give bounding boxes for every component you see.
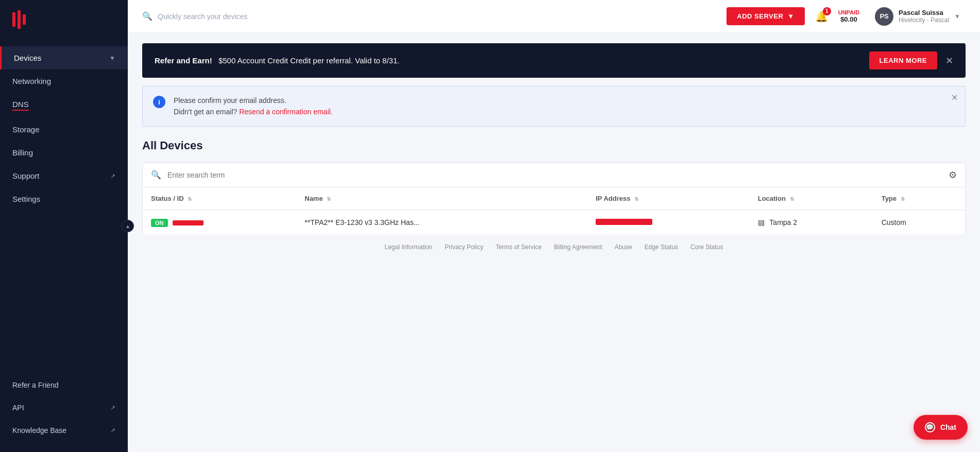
col-header-ip[interactable]: IP Address ⇅ bbox=[587, 187, 750, 210]
sidebar-item-knowledge-base[interactable]: Knowledge Base ↗ bbox=[0, 419, 128, 442]
billing-info: UNPAID $0.00 bbox=[838, 9, 859, 23]
cell-type: Custom bbox=[873, 210, 966, 235]
add-server-button[interactable]: ADD SERVER ▼ bbox=[726, 7, 804, 25]
footer: Legal Information Privacy Policy Terms o… bbox=[142, 235, 966, 255]
billing-amount: $0.00 bbox=[838, 15, 859, 23]
filter-icon[interactable]: ⚙ bbox=[949, 169, 957, 181]
logo[interactable] bbox=[0, 0, 128, 41]
sort-icon: ⇅ bbox=[634, 196, 638, 202]
sidebar-item-settings[interactable]: Settings bbox=[0, 187, 128, 211]
sort-icon: ⇅ bbox=[790, 196, 794, 202]
user-org: Hivelocity - Pascal bbox=[899, 16, 949, 24]
search-placeholder: Quickly search your devices bbox=[158, 12, 247, 21]
external-link-icon: ↗ bbox=[110, 427, 115, 434]
footer-link-terms[interactable]: Terms of Service bbox=[496, 244, 542, 251]
logo-icon bbox=[12, 10, 35, 31]
chat-button[interactable]: 💬 Chat bbox=[914, 415, 968, 440]
sidebar-item-storage[interactable]: Storage bbox=[0, 118, 128, 141]
close-banner-button[interactable]: ✕ bbox=[945, 55, 953, 66]
footer-link-edge[interactable]: Edge Status bbox=[645, 244, 678, 251]
sidebar-item-label: Billing bbox=[12, 148, 33, 157]
promo-banner: Refer and Earn! $500 Account Credit Cred… bbox=[142, 43, 966, 78]
col-header-name[interactable]: Name ⇅ bbox=[296, 187, 587, 210]
external-link-icon: ↗ bbox=[110, 404, 115, 411]
footer-link-privacy[interactable]: Privacy Policy bbox=[445, 244, 483, 251]
sidebar-item-label: DNS bbox=[12, 100, 29, 111]
page-title: All Devices bbox=[142, 139, 966, 152]
sidebar-item-label: Devices bbox=[14, 54, 41, 62]
sidebar-item-networking[interactable]: Networking bbox=[0, 69, 128, 93]
search-icon: 🔍 bbox=[151, 170, 161, 180]
svg-rect-1 bbox=[18, 10, 21, 29]
global-search[interactable]: 🔍 Quickly search your devices bbox=[142, 11, 247, 21]
col-header-status[interactable]: Status / ID ⇅ bbox=[143, 187, 297, 210]
learn-more-button[interactable]: LEARN MORE bbox=[869, 51, 937, 69]
sidebar-item-label: API bbox=[12, 404, 24, 412]
status-bar bbox=[173, 220, 204, 225]
sidebar-item-support[interactable]: Support ↗ bbox=[0, 164, 128, 187]
footer-link-abuse[interactable]: Abuse bbox=[615, 244, 632, 251]
device-search-bar: 🔍 ⚙ bbox=[142, 163, 966, 187]
chevron-down-icon: ▼ bbox=[787, 12, 794, 20]
sort-icon: ⇅ bbox=[327, 196, 331, 202]
footer-link-billing[interactable]: Billing Agreement bbox=[554, 244, 602, 251]
col-header-type[interactable]: Type ⇅ bbox=[873, 187, 966, 210]
header-right: ADD SERVER ▼ 🔔 1 UNPAID $0.00 PS Pascal … bbox=[726, 4, 966, 29]
header: 🔍 Quickly search your devices ADD SERVER… bbox=[128, 0, 980, 33]
status-badge: ON bbox=[151, 219, 168, 227]
cell-name: **TPA2** E3-1230 v3 3.3GHz Has... bbox=[296, 210, 587, 235]
user-menu-button[interactable]: PS Pascal Suissa Hivelocity - Pascal ▼ bbox=[870, 4, 966, 29]
user-name: Pascal Suissa bbox=[899, 9, 949, 16]
avatar: PS bbox=[875, 7, 893, 26]
sidebar-item-label: Networking bbox=[12, 77, 51, 85]
sidebar-item-label: Refer a Friend bbox=[12, 381, 58, 389]
chevron-down-icon: ▼ bbox=[109, 55, 115, 62]
user-info: Pascal Suissa Hivelocity - Pascal bbox=[899, 9, 949, 24]
sidebar-item-label: Knowledge Base bbox=[12, 426, 66, 434]
search-icon: 🔍 bbox=[142, 11, 153, 21]
alert-text: Please confirm your email address. Didn'… bbox=[174, 95, 333, 118]
chat-label: Chat bbox=[940, 423, 956, 431]
sidebar-item-label: Support bbox=[12, 171, 40, 180]
sidebar-item-label: Settings bbox=[12, 195, 40, 203]
info-icon: i bbox=[153, 96, 165, 108]
ip-bar bbox=[596, 219, 652, 225]
devices-table: Status / ID ⇅ Name ⇅ IP Address ⇅ Locati… bbox=[142, 187, 966, 235]
sidebar-item-label: Storage bbox=[12, 125, 40, 134]
banner-right: LEARN MORE ✕ bbox=[869, 51, 953, 69]
chevron-down-icon: ▼ bbox=[954, 13, 960, 20]
alert-line1: Please confirm your email address. bbox=[174, 95, 333, 106]
sort-icon: ⇅ bbox=[188, 196, 192, 202]
svg-rect-2 bbox=[23, 14, 26, 25]
external-link-icon: ↗ bbox=[110, 172, 115, 180]
device-search-input[interactable] bbox=[167, 171, 942, 179]
banner-bold: Refer and Earn! bbox=[155, 56, 212, 65]
alert-line2: Didn't get an email? Resend a confirmati… bbox=[174, 106, 333, 117]
notification-bell[interactable]: 🔔 1 bbox=[815, 10, 828, 23]
sidebar-item-billing[interactable]: Billing bbox=[0, 141, 128, 164]
notification-badge: 1 bbox=[823, 7, 831, 15]
sidebar-collapse-button[interactable]: ▲ bbox=[122, 220, 134, 232]
sidebar-item-api[interactable]: API ↗ bbox=[0, 396, 128, 419]
cell-status: ON bbox=[143, 210, 297, 235]
chat-icon: 💬 bbox=[925, 422, 935, 432]
cell-location: ▤ Tampa 2 bbox=[750, 210, 873, 235]
server-icon: ▤ bbox=[758, 218, 765, 227]
sort-icon: ⇅ bbox=[901, 196, 905, 202]
banner-main: $500 Account Credit Credit per referral.… bbox=[218, 56, 400, 65]
main-content: 🔍 Quickly search your devices ADD SERVER… bbox=[128, 0, 980, 452]
page-body: Refer and Earn! $500 Account Credit Cred… bbox=[128, 33, 980, 452]
footer-link-legal[interactable]: Legal Information bbox=[385, 244, 433, 251]
table-row[interactable]: ON **TPA2** E3-1230 v3 3.3GHz Has... ▤ T… bbox=[143, 210, 966, 235]
footer-link-core[interactable]: Core Status bbox=[690, 244, 723, 251]
sidebar-item-refer[interactable]: Refer a Friend bbox=[0, 374, 128, 396]
close-alert-button[interactable]: ✕ bbox=[951, 93, 958, 102]
svg-rect-0 bbox=[12, 12, 15, 27]
email-confirm-alert: i Please confirm your email address. Did… bbox=[142, 86, 966, 127]
billing-status: UNPAID bbox=[838, 9, 859, 15]
sidebar-item-devices[interactable]: Devices ▼ bbox=[0, 46, 128, 69]
col-header-location[interactable]: Location ⇅ bbox=[750, 187, 873, 210]
resend-email-link[interactable]: Resend a confirmation email. bbox=[239, 108, 332, 116]
sidebar: ▲ Devices ▼ Networking DNS Storage Billi… bbox=[0, 0, 128, 452]
sidebar-item-dns[interactable]: DNS bbox=[0, 93, 128, 118]
